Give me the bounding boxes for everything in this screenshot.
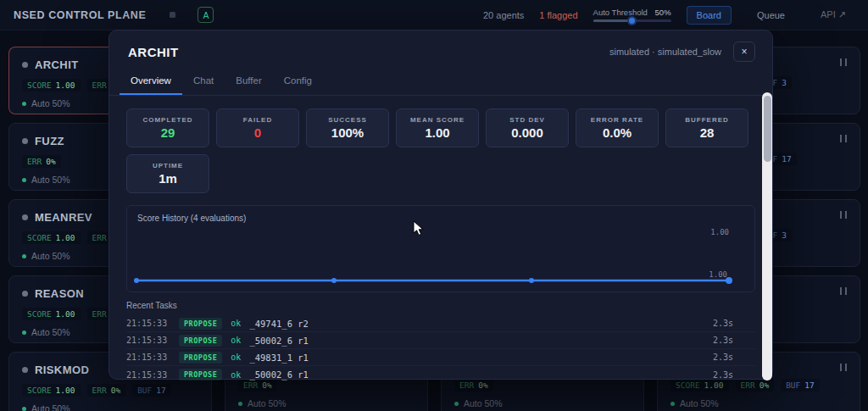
stat-value: 1.00 (425, 125, 449, 140)
agent-mode-badge[interactable]: A (198, 7, 214, 23)
buf-label: BUF (137, 386, 152, 395)
task-status: ok (231, 319, 241, 328)
score-value: 1.00 (56, 309, 75, 319)
nav-api-link[interactable]: API ↗ (810, 5, 856, 25)
stat-label: COMPLETED (142, 116, 192, 124)
close-icon[interactable]: × (733, 42, 755, 62)
topbar: NSED CONTROL PLANE A 20 agents 1 flagged… (0, 0, 868, 31)
agent-name: RISKMOD (35, 364, 89, 376)
tab-config[interactable]: Config (273, 70, 323, 95)
nav-board-button[interactable]: Board (687, 6, 732, 25)
task-duration: 2.3s (713, 319, 733, 328)
stat-label: FAILED (243, 116, 272, 124)
err-value: 0% (46, 157, 55, 166)
score-badge: SCORE1.00 (22, 231, 81, 244)
tab-buffer[interactable]: Buffer (225, 70, 272, 95)
modal-tabs: Overview Chat Buffer Config (109, 70, 772, 96)
error-badge: ERR0% (22, 155, 61, 168)
buffer-badge: BUF17 (781, 379, 820, 392)
stat-failed: FAILED 0 (216, 108, 299, 147)
pause-icon[interactable] (840, 58, 847, 66)
pause-icon[interactable] (840, 135, 847, 142)
nav-api-label: API (821, 9, 836, 19)
auto-dot-icon (22, 407, 26, 411)
stat-label: MEAN SCORE (410, 116, 465, 124)
slider-handle[interactable] (627, 16, 637, 25)
auto-label: Auto 50% (31, 98, 70, 108)
task-id: _49741_6 r2 (249, 319, 309, 329)
auto-dot-icon (22, 330, 26, 335)
pause-icon[interactable] (840, 287, 847, 295)
score-value: 1.00 (56, 81, 75, 90)
auto-label: Auto 50% (464, 398, 503, 408)
nav-queue-button[interactable]: Queue (747, 6, 795, 25)
app-title: NSED CONTROL PLANE (14, 9, 146, 21)
task-status: ok (231, 336, 241, 345)
stat-completed: COMPLETED 29 (126, 108, 209, 147)
threshold-slider[interactable] (593, 19, 671, 22)
stat-uptime: UPTIME 1m (126, 154, 209, 193)
stat-value: 28 (700, 125, 715, 140)
task-duration: 2.3s (713, 370, 733, 380)
agent-name: REASON (35, 287, 84, 300)
err-value: 0% (111, 386, 120, 395)
status-dot-icon (22, 367, 28, 373)
buffer-badge: BUF17 (132, 384, 171, 397)
task-duration: 2.3s (713, 353, 733, 362)
error-badge: ERR0% (87, 384, 126, 397)
task-row: 21:15:33 PROPOSE ok _49831_1 r1 2.3s (126, 349, 755, 366)
flagged-count: 1 flagged (539, 10, 577, 20)
stat-value: 0.000 (511, 125, 543, 140)
task-time: 21:15:33 (126, 353, 179, 362)
task-time: 21:15:33 (126, 319, 179, 328)
score-value: 1.00 (56, 233, 75, 242)
stat-value: 0 (254, 125, 261, 140)
score-history-plot (127, 206, 754, 292)
status-dot-icon (22, 291, 28, 297)
stat-label: SUCCESS (328, 116, 367, 124)
buf-value: 3 (782, 78, 787, 87)
auto-label: Auto 50% (680, 398, 719, 408)
buf-label: BUF (786, 380, 800, 390)
status-dot-icon (22, 138, 28, 144)
buf-value: 17 (782, 154, 791, 164)
auto-dot-icon (670, 402, 675, 406)
tab-overview[interactable]: Overview (120, 70, 182, 95)
task-type-badge: PROPOSE (179, 318, 222, 330)
tab-chat[interactable]: Chat (182, 70, 225, 95)
task-id: _50002_6 r1 (249, 336, 309, 346)
auto-dot-icon (22, 254, 26, 258)
score-label: SCORE (27, 309, 52, 319)
err-label: ERR (92, 309, 107, 319)
stat-value: 29 (161, 125, 175, 140)
err-label: ERR (92, 81, 107, 90)
pause-icon[interactable] (840, 364, 847, 371)
err-label: ERR (92, 233, 107, 242)
recent-tasks-title: Recent Tasks (126, 301, 755, 310)
agent-name: FUZZ (35, 135, 64, 147)
auto-dot-icon (22, 178, 26, 182)
task-status: ok (231, 370, 241, 380)
auto-label: Auto 50% (31, 327, 70, 337)
modal-title: ARCHIT (128, 45, 179, 59)
task-row: 21:15:33 PROPOSE ok _50002_6 r1 2.3s (126, 332, 755, 349)
slider-fill (593, 19, 631, 22)
status-dot-icon (22, 62, 28, 68)
pause-icon[interactable] (840, 211, 847, 219)
score-label: SCORE (27, 81, 52, 90)
stat-label: BUFFERED (685, 116, 729, 124)
score-label: SCORE (27, 386, 52, 395)
stat-value: 100% (331, 125, 364, 140)
stat-value: 0.0% (603, 125, 632, 140)
auto-label: Auto 50% (31, 251, 70, 261)
score-value: 1.00 (56, 386, 75, 395)
stat-error-rate: ERROR RATE 0.0% (576, 108, 659, 147)
score-badge: SCORE1.00 (22, 384, 81, 397)
modal-scrollbar[interactable] (762, 92, 772, 380)
score-badge: SCORE1.00 (22, 308, 81, 320)
task-type-badge: PROPOSE (179, 369, 222, 380)
threshold-label: Auto Threshold (593, 8, 648, 17)
scrollbar-thumb[interactable] (764, 96, 771, 162)
score-label: SCORE (27, 233, 52, 242)
stat-value: 1m (159, 171, 177, 186)
